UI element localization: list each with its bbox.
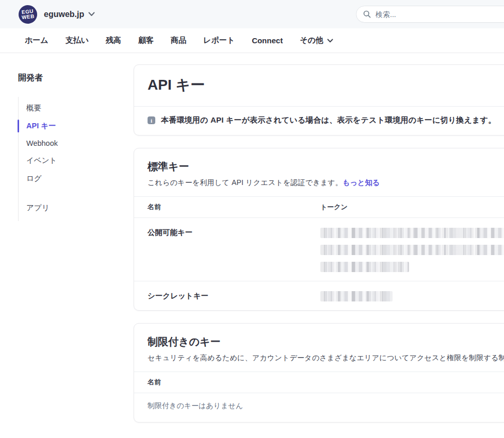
chevron-down-icon[interactable]: [88, 12, 95, 16]
learn-more-link[interactable]: もっと知る: [343, 178, 380, 187]
nav-more-label: その他: [300, 36, 323, 45]
info-icon: i: [148, 116, 155, 124]
nav-item-payments[interactable]: 支払い: [66, 36, 89, 45]
nav-item-balance[interactable]: 残高: [106, 36, 121, 45]
search-icon: [363, 10, 371, 18]
restricted-keys-table-header: 名前: [134, 372, 504, 393]
logo-text-bottom: WEB: [22, 13, 35, 20]
standard-keys-description: これらのキーを利用して API リクエストを認証できます。もっと知る: [148, 178, 504, 188]
sidebar-gap: [19, 188, 134, 199]
page-header-card: API キー i 本番環境用の API キーが表示されている場合は、表示をテスト…: [134, 64, 504, 136]
restricted-keys-description: セキュリティを高めるために、アカウントデータのさまざまなエリアについてアクセスと…: [148, 353, 504, 363]
nav-item-reports[interactable]: レポート: [203, 36, 235, 45]
banner-text: 本番環境用の API キーが表示されている場合は、表示をテスト環境用のキーに切り…: [161, 115, 496, 125]
search-input[interactable]: [376, 10, 494, 19]
restricted-keys-empty-message: 制限付きのキーはありません: [134, 393, 504, 422]
redacted-token-line: [320, 262, 409, 272]
redacted-token-line: [320, 245, 504, 255]
developer-sidebar: 開発者 概要 API キー Webhook イベント ログ アプリ: [0, 53, 134, 221]
chevron-down-icon: [327, 39, 333, 43]
sidebar-item-overview[interactable]: 概要: [19, 99, 134, 117]
standard-keys-title: 標準キー: [148, 160, 504, 174]
nav-item-customers[interactable]: 顧客: [138, 36, 154, 45]
standard-keys-card: 標準キー これらのキーを利用して API リクエストを認証できます。もっと知る …: [134, 148, 504, 311]
content-area: 開発者 概要 API キー Webhook イベント ログ アプリ API キー: [0, 53, 504, 423]
restricted-keys-title: 制限付きのキー: [148, 335, 504, 349]
search-bar[interactable]: [356, 6, 504, 23]
nav-item-products[interactable]: 商品: [171, 36, 186, 45]
column-token: トークン: [320, 203, 348, 212]
redacted-token-line: [320, 228, 504, 238]
main-panel: API キー i 本番環境用の API キーが表示されている場合は、表示をテスト…: [134, 53, 504, 423]
main-nav: ホーム 支払い 残高 顧客 商品 レポート Connect その他: [0, 28, 504, 53]
column-name: 名前: [148, 203, 320, 212]
account-logo[interactable]: EGU WEB: [18, 4, 38, 25]
table-row: 公開可能キー: [134, 218, 504, 281]
sidebar-item-apps[interactable]: アプリ: [19, 199, 134, 217]
sidebar-list: 概要 API キー Webhook イベント ログ アプリ: [18, 97, 134, 221]
description-text: これらのキーを利用して API リクエストを認証できます。: [148, 178, 343, 187]
publishable-key-token-redacted[interactable]: [320, 227, 504, 272]
nav-item-connect[interactable]: Connect: [252, 36, 283, 45]
restricted-keys-card: 制限付きのキー セキュリティを高めるために、アカウントデータのさまざまなエリアに…: [134, 323, 504, 423]
sidebar-item-webhook[interactable]: Webhook: [19, 135, 134, 151]
secret-key-label: シークレットキー: [148, 290, 320, 301]
nav-item-more[interactable]: その他: [300, 36, 333, 45]
table-row: シークレットキー: [134, 281, 504, 310]
sidebar-item-label: API キー: [26, 122, 56, 130]
sidebar-heading: 開発者: [18, 73, 134, 83]
publishable-key-label: 公開可能キー: [148, 227, 320, 272]
top-bar: EGU WEB eguweb.jp: [0, 0, 504, 28]
nav-item-home[interactable]: ホーム: [25, 36, 48, 45]
standard-keys-table-header: 名前 トークン: [134, 196, 504, 218]
app-screen: EGU WEB eguweb.jp ホーム 支払い 残高 顧客 商品 レポート …: [0, 0, 504, 438]
active-indicator-bar: [18, 120, 19, 132]
page-title: API キー: [148, 75, 504, 95]
sidebar-item-events[interactable]: イベント: [19, 151, 134, 170]
column-name: 名前: [148, 378, 320, 387]
secret-key-token-redacted[interactable]: [320, 290, 393, 301]
account-switcher-label[interactable]: eguweb.jp: [44, 10, 84, 19]
sidebar-item-api-keys[interactable]: API キー: [19, 117, 134, 135]
sidebar-item-logs[interactable]: ログ: [19, 170, 134, 188]
redacted-token-line: [320, 291, 393, 301]
environment-banner: i 本番環境用の API キーが表示されている場合は、表示をテスト環境用のキーに…: [134, 106, 504, 135]
